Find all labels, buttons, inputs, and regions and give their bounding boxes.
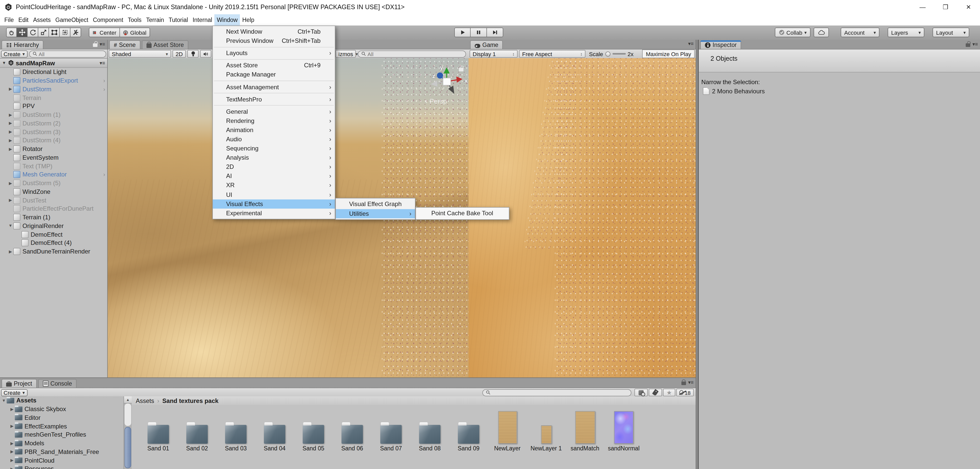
window-menu-item-sequencing[interactable]: Sequencing› — [213, 144, 335, 153]
gizmos-dropdown[interactable]: izmos ▾ — [335, 50, 356, 58]
hierarchy-search-input[interactable] — [38, 51, 103, 57]
rect-tool-button[interactable] — [49, 27, 60, 37]
menubar-item-tools[interactable]: Tools — [126, 14, 144, 25]
scene-search-input[interactable] — [368, 51, 463, 57]
hierarchy-item[interactable]: ▶DustStorm (5) — [0, 179, 107, 188]
expander-collapsed-icon[interactable]: ▶ — [9, 407, 15, 411]
expander-collapsed-icon[interactable]: ▶ — [8, 121, 13, 126]
pane-menu-icon[interactable]: ▾≡ — [688, 380, 694, 385]
window-menu-item-next-window[interactable]: Next WindowCtrl+Tab — [213, 27, 335, 36]
menubar-item-file[interactable]: File — [2, 14, 16, 25]
window-menu-item-rendering[interactable]: Rendering› — [213, 116, 335, 125]
menubar-item-assets[interactable]: Assets — [31, 14, 53, 25]
project-tree-item[interactable]: meshGenTest_Profiles — [0, 431, 124, 439]
hierarchy-item[interactable]: ▶Rotator — [0, 145, 107, 154]
tab-scene[interactable]: # Scene — [109, 40, 140, 49]
breadcrumb-current[interactable]: Sand textures pack — [162, 397, 218, 404]
hierarchy-item[interactable]: Terrain (1) — [0, 213, 107, 222]
scene-lock-icon[interactable] — [459, 68, 463, 71]
hierarchy-item[interactable]: EventSystem — [0, 153, 107, 162]
project-search[interactable] — [482, 389, 632, 396]
window-menu-item-analysis[interactable]: Analysis› — [213, 153, 335, 162]
hierarchy-search[interactable] — [29, 50, 106, 57]
asset-item[interactable]: Sand 03 — [216, 405, 255, 452]
hierarchy-item[interactable]: ▼OriginalRender — [0, 222, 107, 230]
pivot-center-button[interactable]: Center — [89, 27, 120, 37]
asset-item[interactable]: Sand 06 — [333, 405, 372, 452]
window-menu-item-2d[interactable]: 2D› — [213, 162, 335, 171]
menubar-item-window[interactable]: Window — [215, 14, 240, 25]
asset-item[interactable]: Sand 05 — [294, 405, 333, 452]
aspect-dropdown[interactable]: Free Aspect ↕ — [519, 50, 585, 58]
cloud-button[interactable] — [814, 27, 829, 37]
tab-game[interactable]: Game — [470, 40, 503, 49]
window-menu-item-animation[interactable]: Animation› — [213, 125, 335, 135]
hierarchy-item[interactable]: Text (TMP) — [0, 162, 107, 171]
hierarchy-item[interactable]: ▶DustStorm› — [0, 85, 107, 93]
scroll-up-button[interactable]: ▲ — [124, 396, 132, 404]
menubar-item-gameobject[interactable]: GameObject — [53, 14, 91, 25]
expander-collapsed-icon[interactable]: ▶ — [8, 138, 13, 143]
project-tree-item[interactable]: ▶Classic Skybox — [0, 405, 124, 414]
scale-tool-button[interactable] — [38, 27, 49, 37]
window-menu-item-experimental[interactable]: Experimental› — [213, 208, 335, 217]
hierarchy-item[interactable]: DemoEffect (4) — [0, 239, 107, 247]
expander-collapsed-icon[interactable]: ▶ — [9, 424, 15, 428]
layers-dropdown[interactable]: Layers ▾ — [888, 27, 924, 37]
asset-item[interactable]: Sand 01 — [139, 405, 178, 452]
asset-item[interactable]: sandMatch — [566, 405, 605, 452]
tab-console[interactable]: Console — [38, 379, 76, 388]
project-tree-item[interactable]: Editor — [0, 414, 124, 422]
pane-menu-icon[interactable]: ▾≡ — [688, 41, 694, 46]
tab-asset-store[interactable]: Asset Store — [142, 40, 188, 49]
hierarchy-item[interactable]: DemoEffect — [0, 230, 107, 239]
window-menu-item-audio[interactable]: Audio› — [213, 135, 335, 144]
collab-button[interactable]: Collab ▾ — [775, 27, 811, 37]
expander-collapsed-icon[interactable]: ▶ — [8, 249, 13, 254]
window-menu-item-package-manager[interactable]: Package Manager — [213, 70, 335, 79]
expander-collapsed-icon[interactable]: ▶ — [9, 458, 15, 463]
prefab-chevron-icon[interactable]: › — [103, 86, 105, 92]
asset-item[interactable]: Sand 04 — [255, 405, 294, 452]
asset-item[interactable]: Sand 02 — [178, 405, 216, 452]
search-by-type-button[interactable] — [635, 389, 648, 396]
hierarchy-item[interactable]: Directional Light — [0, 68, 107, 76]
menubar-item-edit[interactable]: Edit — [16, 14, 31, 25]
window-menu-item-layouts[interactable]: Layouts› — [213, 48, 335, 58]
asset-item[interactable]: Sand 08 — [410, 405, 449, 452]
expander-expanded-icon[interactable]: ▼ — [2, 61, 6, 65]
pane-menu-icon[interactable]: ▾≡ — [100, 41, 105, 47]
hierarchy-item[interactable]: WindZone — [0, 187, 107, 196]
menubar-item-component[interactable]: Component — [91, 14, 126, 25]
maximize-button[interactable]: ❒ — [934, 0, 957, 14]
scene-audio-button[interactable] — [200, 50, 211, 58]
project-tree-item[interactable]: ▶Resources — [0, 465, 124, 469]
asset-item[interactable]: sandNormal — [605, 405, 643, 452]
display-dropdown[interactable]: Display 1 ↕ — [469, 50, 517, 58]
hidden-packages-button[interactable]: 18 — [676, 389, 694, 396]
window-menu-item-asset-store[interactable]: Asset StoreCtrl+9 — [213, 61, 335, 70]
expander-collapsed-icon[interactable]: ▶ — [8, 112, 13, 117]
menubar-item-internal[interactable]: Internal — [190, 14, 215, 25]
maximize-on-play-button[interactable]: Maximize On Play — [642, 49, 695, 58]
prefab-chevron-icon[interactable]: › — [103, 172, 105, 178]
hierarchy-create-button[interactable]: Create ▾ — [1, 50, 27, 57]
lock-icon[interactable] — [681, 382, 686, 385]
hierarchy-item[interactable]: Terrain — [0, 93, 107, 102]
mono-behaviours-item[interactable]: 2 Mono Behaviours — [703, 87, 765, 95]
window-menu-item-general[interactable]: General› — [213, 107, 335, 116]
expander-collapsed-icon[interactable]: ▶ — [8, 130, 13, 134]
hierarchy-item[interactable]: ▶DustStorm (1) — [0, 111, 107, 119]
close-button[interactable]: ✕ — [957, 0, 980, 14]
window-menu-item-ai[interactable]: AI› — [213, 172, 335, 181]
breadcrumb-root[interactable]: Assets — [136, 397, 154, 404]
move-tool-button[interactable] — [17, 27, 27, 37]
panel-divider[interactable] — [696, 40, 698, 469]
asset-item[interactable]: NewLayer 1 — [527, 405, 566, 452]
submenu-item-point-cache-bake-tool[interactable]: Point Cache Bake Tool — [416, 209, 509, 218]
step-button[interactable] — [487, 27, 503, 37]
favorites-button[interactable]: ★ — [663, 389, 675, 396]
hierarchy-item[interactable]: ▶DustTest — [0, 196, 107, 205]
account-dropdown[interactable]: Account ▾ — [841, 27, 880, 37]
scrollbar-track[interactable] — [124, 404, 131, 426]
